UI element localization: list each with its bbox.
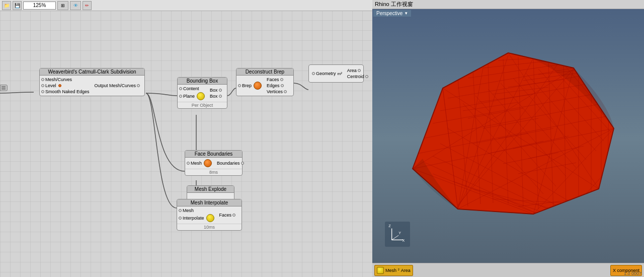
port-area-out[interactable]: Area <box>346 67 370 74</box>
port-edges-out[interactable]: Edges <box>265 83 288 89</box>
bounding-outputs: Box Box <box>207 85 223 102</box>
port-dot <box>179 217 182 220</box>
port-label: Box <box>210 94 218 99</box>
port-label: Area <box>347 68 357 73</box>
mesh-interpolate-inputs: Mesh Interpolate <box>177 206 217 224</box>
port-label: Brep <box>242 83 252 88</box>
port-content-in[interactable]: Content <box>178 86 206 92</box>
port-dot <box>179 95 182 98</box>
bounding-box-node[interactable]: Bounding Box Content Plane Box <box>177 77 227 109</box>
port-dot <box>238 84 241 87</box>
face-boundaries-outputs: Boundaries <box>214 158 246 169</box>
port-dot <box>281 84 284 87</box>
catmull-clark-title: Weaverbird's Catmull-Clark Subdivision <box>40 68 144 76</box>
save-button[interactable]: 💾 <box>13 1 22 10</box>
left-edge-connector <box>0 85 8 91</box>
bounding-icon <box>197 92 205 100</box>
port-geometry-in[interactable]: Geometry m² <box>310 71 344 77</box>
area-sub-label: Area <box>401 268 411 273</box>
rhino-status-bar: Mesh ² Area X component 1.0 0007 <box>372 263 644 277</box>
port-label: Plane <box>183 94 195 99</box>
mesh-icon <box>377 267 384 274</box>
svg-text:X: X <box>403 238 405 243</box>
mesh-interpolate-time: 10ms <box>177 224 242 230</box>
grasshopper-canvas[interactable]: 📁 💾 ⊞ 👁 ✏ Weaverbird's Catmull-Clark Sub… <box>0 0 372 277</box>
port-box2-out[interactable]: Box <box>208 93 223 99</box>
rhino-titlebar: Rhino 工作视窗 <box>372 0 644 9</box>
svg-text:Z: Z <box>388 224 391 228</box>
port-dot <box>232 214 235 217</box>
port-plane-in[interactable]: Plane <box>178 92 206 101</box>
port-dot <box>358 69 361 72</box>
port-dot <box>187 162 190 165</box>
port-label: Level <box>45 83 56 88</box>
port-mesh-interp-in[interactable]: Mesh <box>177 207 216 214</box>
face-boundaries-node[interactable]: Face Boundaries Mesh Boundaries 8ms <box>185 150 243 176</box>
viewport-axes: X Z Y <box>385 222 410 247</box>
deconstruct-icon <box>254 82 262 90</box>
port-brep-in[interactable]: Brep <box>236 81 263 90</box>
mesh-area-status-button[interactable]: Mesh ² Area <box>374 265 413 276</box>
port-dot <box>41 78 44 81</box>
port-centroid-out[interactable]: Centroid <box>346 74 370 80</box>
catmull-clark-node[interactable]: Weaverbird's Catmull-Clark Subdivision M… <box>39 68 145 96</box>
port-level-in[interactable]: Level <box>40 83 91 89</box>
port-dot <box>137 84 140 87</box>
port-smooth-in[interactable]: Smooth Naked Edges <box>40 89 91 95</box>
port-dot <box>219 95 222 98</box>
port-label: Box <box>210 88 218 93</box>
port-dot <box>41 84 44 87</box>
port-interp-in[interactable]: Interpolate <box>177 214 216 223</box>
port-boundaries-label: Boundaries <box>217 161 240 166</box>
deconstruct-brep-title: Deconstruct Brep <box>236 68 293 76</box>
svg-marker-1 <box>413 53 614 214</box>
port-label: Mesh <box>183 208 194 213</box>
area-unit-icon: m² <box>338 72 342 76</box>
port-label: Edges <box>267 83 280 88</box>
viewport-label[interactable]: Perspective ▼ <box>373 10 411 17</box>
port-dot <box>280 78 283 81</box>
port-dot <box>179 87 182 90</box>
port-faces-out[interactable]: Faces <box>265 77 288 83</box>
zoom-input[interactable] <box>23 2 56 10</box>
face-boundaries-time: 8ms <box>185 169 242 175</box>
rhino-title: Rhino 工作视窗 <box>375 1 413 8</box>
port-label: Faces <box>267 77 279 82</box>
viewport-name: Perspective <box>376 11 403 16</box>
port-label: Output Mesh/Curves <box>95 83 136 88</box>
port-label: Faces <box>219 213 232 218</box>
preview-button[interactable]: 👁 <box>70 1 81 10</box>
viewport-dropdown-icon[interactable]: ▼ <box>404 11 408 16</box>
port-box1-out[interactable]: Box <box>208 87 223 93</box>
deconstruct-brep-node[interactable]: Deconstruct Brep Brep Faces Edges <box>236 68 294 96</box>
port-label: Mesh <box>191 161 202 166</box>
port-label: Vertices <box>267 89 283 94</box>
port-faces-interp-out[interactable]: Faces <box>218 212 237 218</box>
port-vertices-out[interactable]: Vertices <box>265 89 288 95</box>
draw-button[interactable]: ✏ <box>83 1 92 10</box>
port-mesh-in[interactable]: Mesh <box>185 159 213 168</box>
port-output-right[interactable]: Output Mesh/Curves <box>93 83 142 89</box>
face-boundaries-inputs: Mesh <box>185 158 214 169</box>
mesh-unit: ² <box>398 268 399 272</box>
area-node[interactable]: Geometry m² Area Centroid <box>308 64 364 83</box>
catmull-outputs: Output Mesh/Curves <box>92 76 142 96</box>
rhino-viewport-panel[interactable]: Rhino 工作视窗 Perspective ▼ <box>372 0 644 277</box>
port-boundaries-out[interactable]: Boundaries <box>215 160 246 166</box>
port-dot-orange <box>58 84 61 87</box>
interpolate-icon <box>206 214 214 222</box>
svg-text:Y: Y <box>398 231 401 235</box>
catmull-inputs: Mesh/Curves Level Smooth Naked Edges <box>40 76 92 96</box>
port-mesh-curves-in[interactable]: Mesh/Curves <box>40 77 91 83</box>
frame-button[interactable]: ⊞ <box>57 1 68 10</box>
bounding-inputs: Content Plane <box>178 85 207 102</box>
open-button[interactable]: 📁 <box>2 1 11 10</box>
mesh-interpolate-outputs: Faces <box>217 206 237 224</box>
port-dot <box>284 90 287 93</box>
port-label: Centroid <box>347 74 364 79</box>
deconstruct-inputs: Brep <box>236 76 264 96</box>
deconstruct-outputs: Faces Edges Vertices <box>264 76 288 96</box>
port-label: Interpolate <box>183 216 204 221</box>
mesh-interpolate-node[interactable]: Mesh Interpolate Mesh Interpolate Faces <box>177 199 242 231</box>
port-label: Content <box>183 86 199 91</box>
